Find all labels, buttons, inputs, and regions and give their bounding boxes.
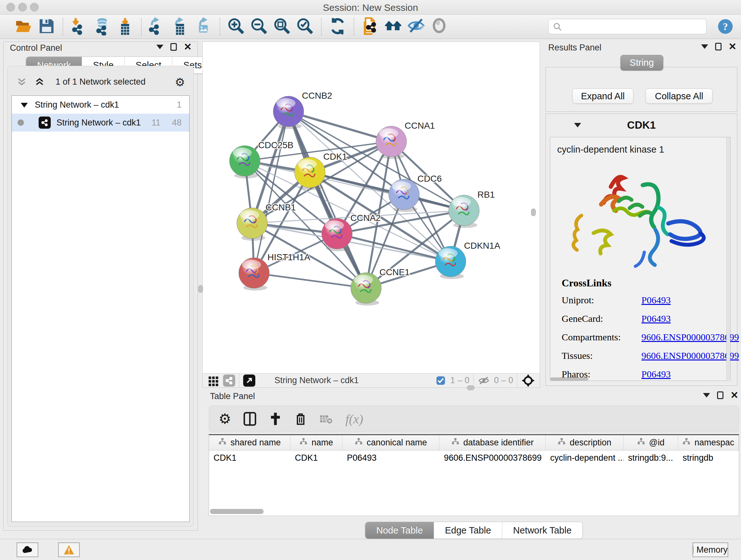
crosslinks-title: CrossLinks xyxy=(562,277,739,289)
import-network-file-button[interactable] xyxy=(68,17,91,37)
status-bar: Memory xyxy=(0,539,741,560)
float-panel-icon[interactable] xyxy=(717,391,724,399)
zoom-out-button[interactable] xyxy=(248,17,271,37)
crosslink-label: Tissues: xyxy=(562,350,642,361)
table-cell[interactable]: stringdb:9... xyxy=(623,450,678,465)
show-all-button[interactable] xyxy=(428,17,451,37)
tab-node-table[interactable]: Node Table xyxy=(365,522,434,539)
help-button[interactable]: ? xyxy=(718,18,733,35)
open-session-button[interactable] xyxy=(12,17,35,37)
table-settings-gear-icon[interactable]: ⚙ xyxy=(219,412,231,426)
float-panel-icon[interactable] xyxy=(171,43,177,51)
selected-checkbox-icon[interactable] xyxy=(435,375,446,386)
detach-view-icon[interactable] xyxy=(243,374,255,387)
table-cell[interactable]: 9606.ENSP00000378699 xyxy=(440,450,546,465)
network-canvas[interactable]: CCNB2 CCNA1 CDC25B CDK1 xyxy=(203,42,540,373)
birdseye-navigator-icon[interactable] xyxy=(521,374,535,388)
expand-all-button[interactable]: Expand All xyxy=(572,88,633,104)
cloud-status-button[interactable] xyxy=(17,543,38,557)
warnings-button[interactable] xyxy=(58,543,80,557)
document-share-button[interactable] xyxy=(359,17,382,37)
network-list-view-icon[interactable] xyxy=(223,374,235,387)
close-panel-icon[interactable]: ✕ xyxy=(729,43,737,51)
bottom-splitter-grip[interactable] xyxy=(467,385,475,390)
grid-view-icon[interactable] xyxy=(207,374,219,387)
table-cell[interactable]: stringdb xyxy=(678,450,739,465)
zoom-fit-button[interactable] xyxy=(271,17,293,37)
show-columns-icon[interactable] xyxy=(243,412,257,426)
tab-edge-table[interactable]: Edge Table xyxy=(434,522,502,539)
save-session-button[interactable] xyxy=(35,17,58,37)
panel-menu-icon[interactable] xyxy=(701,44,708,49)
node-label: RB1 xyxy=(477,190,495,199)
memory-button[interactable]: Memory xyxy=(692,543,728,557)
crosslink-label: GeneCard: xyxy=(562,313,642,324)
network-status-bar: String Network – cdk1 1 – 0 0 – 0 xyxy=(203,373,540,387)
crosslink-link[interactable]: P06493 xyxy=(642,369,671,380)
column-header-shared-name[interactable]: shared name xyxy=(209,435,290,450)
node-label: CCNA2 xyxy=(350,213,381,223)
search-input[interactable] xyxy=(548,19,706,34)
crosslink-row: GeneCard: P06493 xyxy=(562,313,739,324)
crosslink-link[interactable]: P06493 xyxy=(642,313,671,324)
column-type-icon xyxy=(637,437,645,448)
zoom-in-button[interactable] xyxy=(225,17,248,37)
import-table-file-button[interactable] xyxy=(114,17,137,37)
panel-menu-icon[interactable] xyxy=(703,393,710,397)
export-table-icon xyxy=(172,17,190,37)
delete-column-trash-icon[interactable] xyxy=(294,412,307,426)
edge-count: 48 xyxy=(172,118,182,128)
column-header-description[interactable]: description xyxy=(546,435,623,450)
add-column-icon[interactable] xyxy=(269,412,282,426)
hidden-eye-icon xyxy=(477,375,490,386)
left-splitter-grip[interactable] xyxy=(198,285,203,293)
network-view-panel: CCNB2 CCNA1 CDC25B CDK1 xyxy=(202,42,540,388)
float-panel-icon[interactable] xyxy=(715,43,722,51)
help-icon: ? xyxy=(718,18,733,35)
panel-menu-icon[interactable] xyxy=(156,45,163,49)
tab-string[interactable]: String xyxy=(620,55,663,71)
column-type-icon xyxy=(354,437,363,448)
table-row[interactable]: CDK1CDK1P064939606.ENSP00000378699cyclin… xyxy=(209,450,739,465)
crosslink-link[interactable]: 9606.ENSP00000378699 xyxy=(642,350,739,361)
network-tree-row[interactable]: String Network – cdk1 11 48 xyxy=(12,114,189,132)
column-header-name[interactable]: name xyxy=(290,435,342,450)
table-cell[interactable]: CDK1 xyxy=(209,450,290,465)
close-panel-icon[interactable]: ✕ xyxy=(184,43,192,51)
tab-network-table[interactable]: Network Table xyxy=(502,522,583,539)
network-tree-row[interactable]: String Network – cdk1 1 xyxy=(12,96,189,114)
show-all-icon xyxy=(430,17,448,37)
zoom-selected-button[interactable] xyxy=(293,17,317,37)
export-network-button[interactable] xyxy=(146,17,169,37)
table-horizontal-scrollbar[interactable] xyxy=(210,509,264,514)
home-pair-button[interactable] xyxy=(382,17,405,37)
crosslink-label: Compartments: xyxy=(562,332,642,343)
network-label: String Network – cdk1 xyxy=(57,118,141,128)
close-panel-icon[interactable]: ✕ xyxy=(731,391,738,399)
column-header-database-identifier[interactable]: database identifier xyxy=(440,435,546,450)
import-network-database-button[interactable] xyxy=(91,17,114,37)
table-cell[interactable]: cyclin-dependent ... xyxy=(546,450,623,465)
crosslink-link[interactable]: P06493 xyxy=(642,295,671,306)
hide-selected-icon xyxy=(407,17,425,37)
export-table-button[interactable] xyxy=(169,17,192,37)
save-session-icon xyxy=(37,17,56,37)
column-header-namespac[interactable]: namespac xyxy=(678,435,739,450)
column-header-canonical-name[interactable]: canonical name xyxy=(342,435,440,450)
export-image-button[interactable] xyxy=(192,17,215,37)
network-options-gear-icon[interactable]: ⚙ xyxy=(175,76,185,89)
column-type-icon xyxy=(557,437,566,448)
warning-icon xyxy=(63,545,75,555)
table-toolbar: ⚙ f(x) xyxy=(209,406,739,432)
column-header-@id[interactable]: @id xyxy=(623,435,678,450)
refresh-button[interactable] xyxy=(326,17,349,37)
right-splitter-grip[interactable] xyxy=(531,208,536,216)
results-vertical-scrollbar[interactable] xyxy=(726,137,730,381)
results-horizontal-scrollbar[interactable] xyxy=(550,377,589,381)
table-cell[interactable]: CDK1 xyxy=(290,450,342,465)
collapse-triangle-icon[interactable] xyxy=(21,100,28,110)
collapse-all-button[interactable]: Collapse All xyxy=(646,88,713,104)
hide-selected-button[interactable] xyxy=(405,17,428,37)
crosslink-link[interactable]: 9606.ENSP00000378699 xyxy=(642,332,739,343)
table-cell[interactable]: P06493 xyxy=(342,450,440,465)
